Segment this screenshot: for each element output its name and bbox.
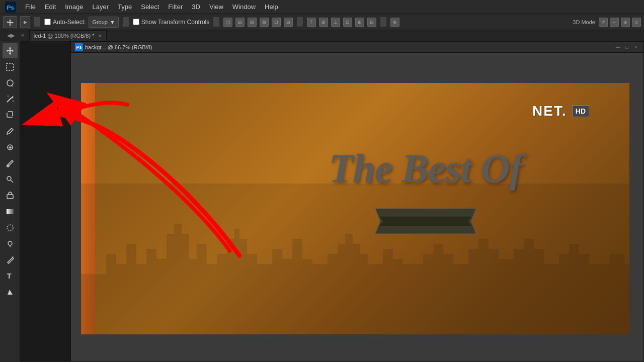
3d-orbit-btn[interactable]: ⊙ <box>632 18 641 27</box>
move-tool-btn[interactable] <box>3 16 17 28</box>
window-controls: — □ × <box>614 44 639 51</box>
3d-zoom-btn[interactable]: ⊕ <box>621 18 630 27</box>
gradient-tool-icon[interactable] <box>3 204 18 219</box>
separator-5 <box>380 17 386 27</box>
align-center-btn[interactable]: ⊟ <box>235 18 245 27</box>
menu-bar: Ps File Edit Image Layer Type Select Fil… <box>0 0 644 14</box>
move-tool-icon[interactable] <box>3 43 18 58</box>
svg-rect-19 <box>7 209 14 214</box>
lasso-tool-icon[interactable] <box>3 75 18 90</box>
crop-tool-icon[interactable] <box>3 108 18 123</box>
type-tool-icon[interactable]: T <box>3 268 18 284</box>
canvas-content: NET. HD The Best Of <box>71 53 643 361</box>
3d-options: 3D Mode: ↺ ↔ ⊕ ⊙ <box>573 18 641 27</box>
hd-badge: HD <box>572 105 589 117</box>
dropdown-arrow: ▼ <box>110 19 115 25</box>
eyedropper-tool-icon[interactable] <box>3 124 18 139</box>
3d-mode-label: 3D Mode: <box>573 19 597 25</box>
svg-point-7 <box>8 96 9 97</box>
svg-point-21 <box>8 241 12 245</box>
menu-layer[interactable]: Layer <box>89 2 113 12</box>
align-left-btn[interactable]: ◫ <box>223 18 232 27</box>
path-selection-icon[interactable] <box>3 285 18 300</box>
align-top-btn[interactable]: ⊤ <box>307 18 316 27</box>
align-middle-btn[interactable]: ⊞ <box>319 18 328 27</box>
show-transform-group[interactable]: Show Transform Controls <box>133 19 209 26</box>
artwork-canvas: NET. HD The Best Of <box>81 83 629 334</box>
document-titlebar: Ps backgr... @ 66.7% (RGB/8) — □ × <box>71 42 643 53</box>
menu-file[interactable]: File <box>21 2 40 12</box>
dodge-tool-icon[interactable] <box>3 236 18 251</box>
menu-image[interactable]: Image <box>61 2 87 12</box>
doc-ps-label: Ps <box>76 45 82 50</box>
options-bar: ▶ Auto-Select: Group ▼ Show Transform Co… <box>0 14 644 30</box>
brush-tool-icon[interactable] <box>3 156 18 171</box>
tab-scroll-arrows[interactable]: ◀▶ <box>4 33 18 38</box>
svg-point-8 <box>13 101 14 102</box>
align-bottom-btn[interactable]: ⊥ <box>331 18 340 27</box>
align-right-btn[interactable]: ⊞ <box>248 18 257 27</box>
3d-pan-btn[interactable]: ↔ <box>610 18 619 27</box>
healing-brush-icon[interactable] <box>3 140 18 155</box>
distribute-bottom-btn[interactable]: ⊟ <box>367 18 376 27</box>
distribute-right-btn[interactable]: ⊟ <box>284 18 293 27</box>
menu-type[interactable]: Type <box>114 2 136 12</box>
separator-1 <box>34 17 40 27</box>
menu-select[interactable]: Select <box>137 2 163 12</box>
clone-tool-icon[interactable] <box>3 172 18 187</box>
show-transform-label: Show Transform Controls <box>141 19 209 26</box>
svg-point-3 <box>7 80 13 86</box>
ribbon-area <box>222 204 629 239</box>
tab-1-label: led-1 @ 100% (RGB/8) * <box>34 33 95 39</box>
menu-view[interactable]: View <box>205 2 227 12</box>
move-mode-btn[interactable]: ▶ <box>20 16 30 28</box>
tab-bar: ◀▶ × led-1 @ 100% (RGB/8) * × <box>0 30 644 41</box>
svg-marker-6 <box>12 96 14 99</box>
canvas-window: Ps backgr... @ 66.7% (RGB/8) — □ × <box>70 41 644 362</box>
document-title: backgr... @ 66.7% (RGB/8) <box>85 44 614 50</box>
close-btn[interactable]: × <box>632 44 639 51</box>
svg-point-20 <box>7 225 13 231</box>
eraser-tool-icon[interactable] <box>3 188 18 203</box>
pen-tool-icon[interactable] <box>3 252 18 267</box>
show-transform-checkbox[interactable] <box>133 19 139 25</box>
net-text: NET. <box>532 103 567 119</box>
canvas-area[interactable]: Ps backgr... @ 66.7% (RGB/8) — □ × <box>20 41 644 362</box>
separator-3 <box>213 17 219 27</box>
minimize-btn[interactable]: — <box>614 44 621 51</box>
auto-select-group[interactable]: Auto-Select: <box>44 19 86 26</box>
distribute-top-btn[interactable]: ⊡ <box>343 18 352 27</box>
net-logo: NET. HD <box>532 103 589 119</box>
svg-rect-2 <box>7 63 14 70</box>
blur-tool-icon[interactable] <box>3 220 18 235</box>
doc-ps-icon: Ps <box>75 43 83 51</box>
svg-text:T: T <box>7 272 12 280</box>
tab-1-close[interactable]: × <box>98 33 101 39</box>
svg-line-4 <box>12 85 13 86</box>
auto-align-btn[interactable]: ⊕ <box>390 18 399 27</box>
main-area: T Ps backgr... @ 66.7% (RGB/8) — □ <box>0 41 644 362</box>
tab-close-btn[interactable]: × <box>18 33 27 38</box>
document-tab-1[interactable]: led-1 @ 100% (RGB/8) * × <box>29 30 107 41</box>
menu-window[interactable]: Window <box>228 2 260 12</box>
marquee-tool-icon[interactable] <box>3 59 18 74</box>
maximize-btn[interactable]: □ <box>623 44 630 51</box>
left-toolbar: T <box>0 41 20 362</box>
group-dropdown[interactable]: Group ▼ <box>89 17 118 28</box>
menu-filter[interactable]: Filter <box>164 2 187 12</box>
left-dark-panel <box>20 41 70 362</box>
wand-tool-icon[interactable] <box>3 92 18 107</box>
distribute-left-btn[interactable]: ⊠ <box>260 18 269 27</box>
auto-select-label: Auto-Select: <box>53 19 86 26</box>
svg-point-16 <box>7 165 9 167</box>
distribute-middle-btn[interactable]: ⊞ <box>355 18 364 27</box>
ps-logo: Ps <box>4 1 17 14</box>
ribbon-svg <box>370 204 481 239</box>
menu-help[interactable]: Help <box>261 2 282 12</box>
distribute-center-btn[interactable]: ⊡ <box>272 18 281 27</box>
3d-rotate-btn[interactable]: ↺ <box>599 18 608 27</box>
menu-3d[interactable]: 3D <box>188 2 204 12</box>
auto-select-checkbox[interactable] <box>44 19 51 25</box>
separator-4 <box>297 17 303 27</box>
menu-edit[interactable]: Edit <box>41 2 60 12</box>
